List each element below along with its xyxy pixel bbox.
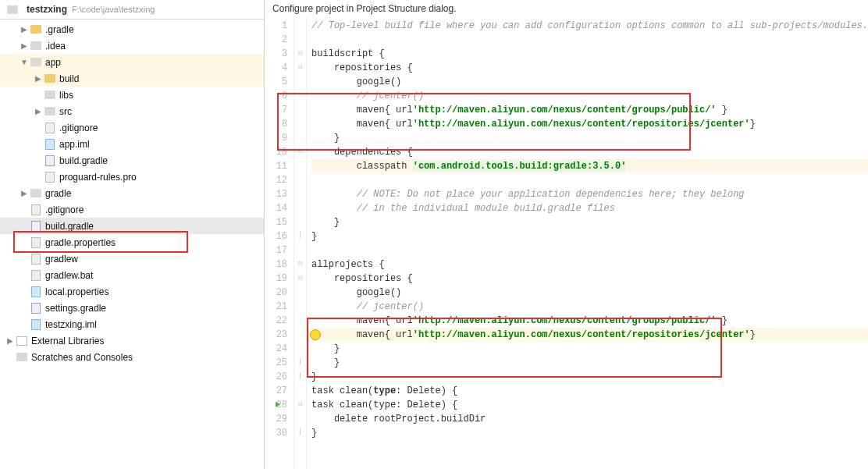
- fold-marker[interactable]: ⊟: [294, 45, 306, 59]
- code-line[interactable]: task clean(type: Delete) {: [311, 384, 868, 398]
- line-number: 15: [265, 215, 287, 229]
- chevron-right-icon[interactable]: ▶: [19, 189, 30, 197]
- fold-marker[interactable]: ⊟: [294, 256, 306, 270]
- tree-item[interactable]: ▶src: [0, 103, 264, 119]
- fold-marker[interactable]: ⌋: [294, 228, 306, 242]
- fold-marker: [294, 31, 306, 45]
- code-line[interactable]: // in the individual module build.gradle…: [311, 201, 868, 215]
- code-line[interactable]: }: [311, 229, 868, 243]
- code-area[interactable]: ▶ // Top-level build file where you can …: [307, 17, 868, 469]
- code-line[interactable]: maven{ url'http://maven.aliyun.com/nexus…: [311, 328, 868, 342]
- tree-item[interactable]: ▶build: [0, 70, 264, 87]
- code-line[interactable]: maven{ url'http://maven.aliyun.com/nexus…: [311, 117, 868, 131]
- code-line[interactable]: }: [311, 131, 868, 145]
- fold-marker[interactable]: ⊟: [294, 144, 306, 158]
- code-editor[interactable]: 1234567891011121314151617181920212223242…: [265, 17, 868, 469]
- fold-marker[interactable]: ⌋: [294, 425, 306, 439]
- tree-item[interactable]: ▶gradle: [0, 185, 264, 201]
- code-line[interactable]: allprojects {: [311, 258, 868, 272]
- code-line[interactable]: classpath 'com.android.tools.build:gradl…: [311, 159, 868, 173]
- line-number: 20: [265, 286, 287, 300]
- fold-marker[interactable]: ⌋: [294, 354, 306, 368]
- run-icon[interactable]: ▶: [276, 399, 281, 409]
- code-line[interactable]: google(): [311, 75, 868, 89]
- tree-item[interactable]: ▶.idea: [0, 37, 264, 54]
- code-line[interactable]: task clean(type: Delete) {: [311, 398, 868, 412]
- gradle-icon: [30, 220, 42, 233]
- file-icon: [30, 204, 42, 216]
- code-line[interactable]: repositories {: [311, 61, 868, 75]
- tree-item[interactable]: ▼app: [0, 54, 264, 70]
- chevron-right-icon[interactable]: ▶: [19, 25, 30, 34]
- code-line[interactable]: // jcenter(): [311, 300, 868, 314]
- code-line[interactable]: repositories {: [311, 272, 868, 286]
- project-tree[interactable]: ▶.gradle▶.idea▼app▶build▶libs▶src▶.gitig…: [0, 20, 264, 469]
- code-line[interactable]: }: [311, 426, 868, 440]
- tree-item[interactable]: ▶testzxing.iml: [0, 316, 264, 332]
- chevron-right-icon[interactable]: ▶: [5, 336, 16, 345]
- chevron-down-icon[interactable]: ▼: [19, 58, 30, 66]
- fold-marker[interactable]: ⊟: [294, 59, 306, 73]
- code-line[interactable]: }: [311, 215, 868, 229]
- file-icon: [44, 171, 56, 183]
- tree-item[interactable]: ▶.gradle: [0, 21, 264, 37]
- code-line[interactable]: // NOTE: Do not place your application d…: [311, 187, 868, 201]
- code-line[interactable]: maven{ url'http://maven.aliyun.com/nexus…: [311, 314, 868, 328]
- tree-item[interactable]: ▶build.gradle: [0, 218, 264, 234]
- line-number: 23: [265, 328, 287, 342]
- tree-item[interactable]: ▶proguard-rules.pro: [0, 169, 264, 185]
- tree-label: gradle: [45, 188, 71, 199]
- tree-item[interactable]: ▶.gitignore: [0, 119, 264, 136]
- external-libraries[interactable]: ▶External Libraries: [0, 332, 264, 349]
- fold-marker: [294, 284, 306, 298]
- library-icon: [16, 335, 28, 347]
- tree-item[interactable]: ▶settings.gradle: [0, 300, 264, 316]
- line-number: 8: [265, 117, 287, 131]
- bulb-icon[interactable]: [310, 329, 321, 340]
- code-line[interactable]: }: [311, 356, 868, 370]
- fold-column[interactable]: ⊟⊟⊟⌋⊟⊟⌋⌋⊟⌋: [294, 17, 307, 469]
- tree-item[interactable]: ▶gradlew.bat: [0, 267, 264, 283]
- chevron-right-icon[interactable]: ▶: [33, 107, 44, 115]
- chevron-right-icon[interactable]: ▶: [19, 41, 30, 50]
- fold-marker[interactable]: ⌋: [294, 368, 306, 382]
- file-icon: [30, 236, 42, 249]
- tree-label: app: [45, 57, 61, 68]
- line-number: 18: [265, 258, 287, 272]
- line-number: 29: [265, 412, 287, 426]
- code-line[interactable]: [311, 33, 868, 47]
- folder-icon: [44, 73, 56, 85]
- code-line[interactable]: buildscript {: [311, 47, 868, 61]
- tree-item[interactable]: ▶build.gradle: [0, 152, 264, 169]
- code-line[interactable]: maven{ url'http://maven.aliyun.com/nexus…: [311, 103, 868, 117]
- tree-label: Scratches and Consoles: [31, 352, 133, 363]
- code-line[interactable]: // jcenter(): [311, 89, 868, 103]
- editor-pane: Configure project in Project Structure d…: [265, 0, 868, 469]
- tree-label: settings.gradle: [45, 303, 106, 314]
- code-line[interactable]: // Top-level build file where you can ad…: [311, 19, 868, 33]
- fold-marker[interactable]: ⊟: [294, 270, 306, 284]
- tree-item[interactable]: ▶libs: [0, 87, 264, 103]
- tree-item[interactable]: ▶app.iml: [0, 136, 264, 152]
- tree-item[interactable]: ▶gradlew: [0, 250, 264, 267]
- file-icon: [30, 286, 42, 298]
- code-line[interactable]: dependencies {: [311, 145, 868, 159]
- tree-item[interactable]: ▶gradle.properties: [0, 234, 264, 250]
- chevron-right-icon[interactable]: ▶: [33, 74, 44, 83]
- code-line[interactable]: [311, 243, 868, 258]
- code-line[interactable]: }: [311, 342, 868, 356]
- code-line[interactable]: [311, 173, 868, 187]
- file-icon: [30, 318, 42, 331]
- fold-marker: [294, 340, 306, 354]
- code-line[interactable]: }: [311, 370, 868, 384]
- folder-icon: [30, 56, 42, 69]
- line-number: 25: [265, 356, 287, 370]
- line-number: 16: [265, 229, 287, 243]
- code-line[interactable]: google(): [311, 286, 868, 300]
- tree-item[interactable]: ▶.gitignore: [0, 201, 264, 218]
- tree-item[interactable]: ▶local.properties: [0, 283, 264, 300]
- code-line[interactable]: delete rootProject.buildDir: [311, 412, 868, 426]
- fold-marker[interactable]: ⊟: [294, 396, 306, 410]
- scratches[interactable]: ▶Scratches and Consoles: [0, 349, 264, 365]
- config-banner[interactable]: Configure project in Project Structure d…: [265, 0, 868, 17]
